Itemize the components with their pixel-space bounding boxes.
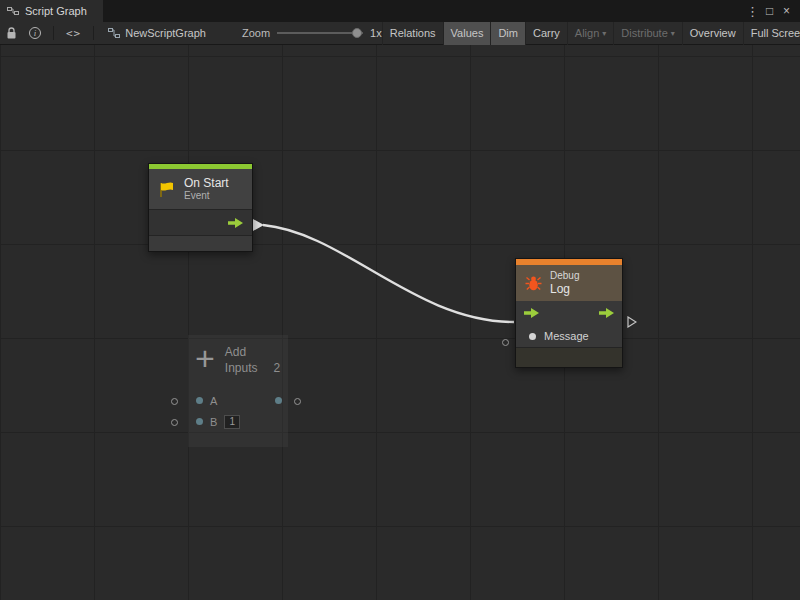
node-add-inputs-dimmed[interactable]: + Add Inputs 2 A B 1 xyxy=(188,335,288,447)
debug-log-header: Debug Log xyxy=(516,265,622,301)
output-hint-triangle-icon[interactable] xyxy=(627,316,637,328)
output-port-sum[interactable] xyxy=(275,397,282,404)
add-node-header: + Add Inputs 2 xyxy=(188,335,288,376)
graph-asset-selector[interactable]: NewScriptGraph xyxy=(100,27,214,39)
inputs-word: Inputs xyxy=(225,360,258,376)
on-start-titles: On Start Event xyxy=(184,176,229,202)
port-row-a: A xyxy=(188,390,288,411)
port-hint-circle[interactable] xyxy=(171,398,178,405)
align-dropdown[interactable]: Align ▾ xyxy=(567,22,613,45)
port-hint-circle[interactable] xyxy=(294,398,301,405)
node-on-start[interactable]: On Start Event xyxy=(148,163,253,252)
dim-button[interactable]: Dim xyxy=(490,22,525,45)
maximize-icon[interactable]: □ xyxy=(761,0,778,22)
node-title: Log xyxy=(550,282,579,296)
script-graph-icon xyxy=(7,5,19,17)
debug-log-body: Message xyxy=(516,301,622,347)
chevron-down-icon: ▾ xyxy=(671,29,675,38)
add-node-ports: A B 1 xyxy=(188,390,288,432)
toolbar-buttons: Relations Values Dim Carry Align ▾ Distr… xyxy=(382,22,800,45)
input-port-a[interactable] xyxy=(196,397,203,404)
window-menu-icon[interactable]: ⋮ xyxy=(744,0,761,22)
port-hint-circle[interactable] xyxy=(171,419,178,426)
distribute-label: Distribute xyxy=(621,27,667,39)
add-node-titles: Add Inputs 2 xyxy=(225,343,280,376)
port-b-label: B xyxy=(210,416,217,428)
node-debug-log[interactable]: Debug Log Message xyxy=(515,258,623,368)
toolbar-separator xyxy=(53,26,54,40)
zoom-control: Zoom 1x xyxy=(242,27,382,39)
zoom-value: 1x xyxy=(370,27,382,39)
distribute-dropdown[interactable]: Distribute ▾ xyxy=(613,22,681,45)
port-a-label: A xyxy=(210,395,217,407)
zoom-slider-handle[interactable] xyxy=(352,28,362,38)
node-title: On Start xyxy=(184,176,229,190)
graph-canvas[interactable] xyxy=(0,45,800,600)
edit-code-icon[interactable]: <> xyxy=(60,22,87,45)
node-subtitle: Event xyxy=(184,190,229,202)
window-controls: ⋮ □ × xyxy=(744,0,800,22)
add-inputs-line: Inputs 2 xyxy=(225,360,280,376)
overview-button[interactable]: Overview xyxy=(682,22,743,45)
align-label: Align xyxy=(575,27,599,39)
graph-name: NewScriptGraph xyxy=(125,27,206,39)
trigger-output-port[interactable] xyxy=(599,308,614,318)
input-port-b[interactable] xyxy=(196,418,203,425)
trigger-input-port[interactable] xyxy=(524,308,539,318)
chevron-down-icon: ▾ xyxy=(602,29,606,38)
toolbar-separator xyxy=(93,26,94,40)
on-start-header: On Start Event xyxy=(149,169,252,209)
carry-button[interactable]: Carry xyxy=(525,22,567,45)
port-row-b: B 1 xyxy=(188,411,288,432)
trigger-output-port[interactable] xyxy=(228,218,243,228)
add-word: Add xyxy=(225,344,280,360)
zoom-label: Zoom xyxy=(242,27,270,39)
graph-asset-icon xyxy=(108,27,120,39)
unity-script-graph-window: { "window": { "tab_label": "Script Graph… xyxy=(0,0,800,600)
close-icon[interactable]: × xyxy=(778,0,795,22)
node-category: Debug xyxy=(550,270,579,282)
lock-icon[interactable] xyxy=(0,22,23,45)
trigger-row xyxy=(516,301,622,325)
info-icon[interactable]: i xyxy=(23,22,47,45)
on-start-footer xyxy=(149,235,252,251)
message-port-label: Message xyxy=(544,330,589,342)
plus-icon: + xyxy=(195,343,215,373)
relations-button[interactable]: Relations xyxy=(382,22,443,45)
message-input-row: Message xyxy=(516,325,622,347)
fullscreen-button[interactable]: Full Screen xyxy=(743,22,800,45)
on-start-body xyxy=(149,209,252,235)
bug-icon xyxy=(524,275,543,292)
port-b-value-field[interactable]: 1 xyxy=(224,415,240,429)
zoom-slider[interactable] xyxy=(277,32,363,34)
flag-icon xyxy=(157,181,177,198)
inputs-count[interactable]: 2 xyxy=(274,360,281,376)
port-hint-circle[interactable] xyxy=(502,339,509,346)
graph-toolbar: i <> NewScriptGraph Zoom 1x Relations Va… xyxy=(0,22,800,45)
message-value-port[interactable] xyxy=(529,333,536,340)
values-button[interactable]: Values xyxy=(443,22,491,45)
debug-log-footer xyxy=(516,347,622,367)
tab-script-graph[interactable]: Script Graph xyxy=(0,0,103,22)
debug-log-titles: Debug Log xyxy=(550,270,579,296)
titlebar: Script Graph ⋮ □ × xyxy=(0,0,800,22)
tab-label: Script Graph xyxy=(25,5,87,17)
